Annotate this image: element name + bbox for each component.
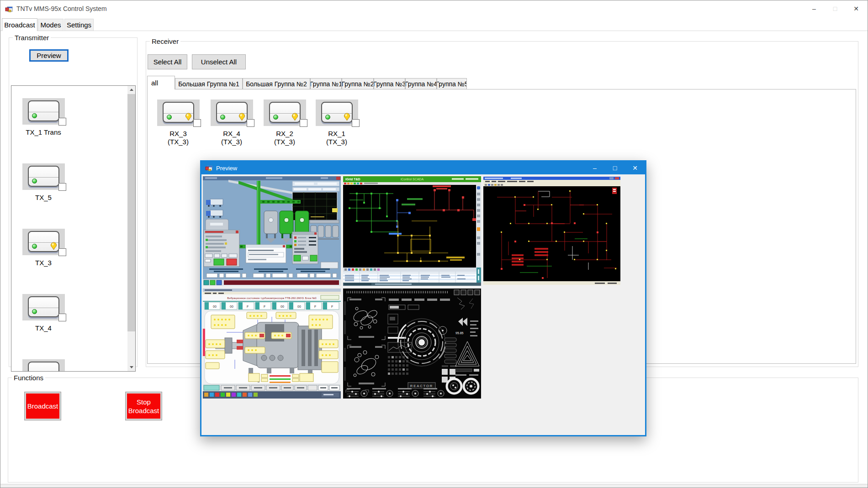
tab-settings[interactable]: Settings	[64, 19, 94, 31]
svg-text:95.85: 95.85	[455, 331, 464, 335]
transmitter-device-icon[interactable]	[22, 229, 65, 255]
group-tab[interactable]: Группа №5	[437, 78, 467, 89]
receiver-device-icon[interactable]	[157, 100, 200, 126]
yellow-bulb-icon	[50, 242, 57, 250]
svg-text:00: 00	[230, 305, 233, 308]
scrollbar-thumb[interactable]	[127, 94, 135, 331]
stop-broadcast-button[interactable]: Stop Broadcast	[125, 392, 162, 420]
main-titlebar[interactable]: TNTv MMS-95x Control System – □ ✕	[0, 0, 868, 17]
preview-maximize-button[interactable]: □	[605, 162, 625, 174]
broadcast-button[interactable]: Broadcast	[24, 392, 61, 420]
yellow-bulb-icon	[291, 113, 298, 121]
select-all-button[interactable]: Select All	[148, 54, 187, 69]
thumbnail-network-schematic	[483, 177, 620, 285]
thumbnail-reactor-dashboard: REACTOR 95.85	[343, 289, 481, 399]
transmitter-scrollbar[interactable]	[127, 86, 135, 371]
network-schematic-image	[483, 177, 620, 285]
transmitter-groupbox: Transmitter Preview TX_1 Trans	[9, 37, 138, 367]
transmitter-label: Transmitter	[13, 34, 51, 42]
preview-window: Preview – □ ✕	[200, 160, 646, 436]
transmitter-device-icon[interactable]	[22, 163, 65, 190]
receiver-item[interactable]: RX_3(TX_3)	[153, 100, 203, 146]
green-led-icon	[32, 113, 37, 118]
green-led-icon	[32, 244, 37, 249]
receiver-item[interactable]: RX_2(TX_3)	[259, 100, 310, 146]
receiver-name: RX_1(TX_3)	[312, 130, 362, 146]
transmitter-item[interactable]: TX_3	[18, 229, 69, 267]
minimize-button[interactable]: –	[804, 0, 825, 17]
transmitter-list[interactable]: TX_1 Trans TX_5	[11, 85, 136, 372]
tab-modes[interactable]: Modes	[38, 19, 64, 31]
thumbnail-icontrol-scada: iGrid T&D iControl SCADA	[343, 176, 481, 286]
svg-text:00: 00	[281, 305, 284, 308]
transmitter-name: TX_4	[18, 324, 69, 332]
scroll-down-icon[interactable]	[127, 363, 135, 371]
green-led-icon	[32, 178, 37, 184]
receiver-checkbox[interactable]	[193, 119, 201, 127]
receiver-checkbox[interactable]	[247, 119, 254, 127]
receiver-label: Receiver	[150, 37, 180, 45]
group-tab[interactable]: Группа №1	[310, 78, 342, 89]
preview-titlebar[interactable]: Preview – □ ✕	[201, 162, 645, 174]
group-tab[interactable]: Большая Группа №1	[175, 78, 243, 89]
receiver-name: RX_3(TX_3)	[153, 130, 203, 146]
group-tab[interactable]: Группа №4	[405, 78, 437, 89]
svg-text:00: 00	[213, 305, 217, 308]
transmitter-checkbox[interactable]	[58, 248, 66, 256]
green-led-icon	[167, 115, 172, 120]
group-tab[interactable]: Группа №3	[374, 78, 405, 89]
preview-window-icon	[205, 164, 212, 172]
main-window: TNTv MMS-95x Control System – □ ✕ Broadc…	[0, 0, 868, 488]
unselect-all-button[interactable]: Unselect All	[192, 54, 246, 69]
group-tab-all[interactable]: all	[147, 76, 175, 89]
transmitter-device-icon[interactable]	[22, 98, 65, 125]
transmitter-checkbox[interactable]	[58, 183, 66, 191]
svg-text:F: F	[314, 305, 316, 308]
window-title: TNTv MMS-95x Control System	[16, 5, 107, 12]
yellow-bulb-icon	[238, 113, 245, 121]
group-tab[interactable]: Группа №2	[342, 78, 374, 89]
transmitter-checkbox[interactable]	[58, 118, 66, 126]
process-scada-image	[203, 176, 341, 286]
receiver-name: RX_2(TX_3)	[259, 130, 310, 146]
transmitter-item[interactable]: TX_4	[18, 294, 69, 332]
receiver-item[interactable]: RX_1(TX_3)	[312, 100, 362, 146]
preview-minimize-button[interactable]: –	[585, 162, 605, 174]
preview-close-button[interactable]: ✕	[625, 162, 645, 174]
receiver-item[interactable]: RX_4(TX_3)	[206, 100, 257, 146]
receiver-checkbox[interactable]	[352, 119, 360, 127]
transmitter-item[interactable]: TX_1 Trans	[18, 98, 69, 136]
group-tab[interactable]: Большая Группа №2	[243, 78, 310, 89]
transmitter-item[interactable]: TX_5	[18, 163, 69, 202]
icontrol-scada-image: iGrid T&D iControl SCADA	[343, 176, 481, 286]
svg-text:F: F	[331, 305, 333, 308]
transmitter-device-icon[interactable]	[22, 359, 65, 372]
functions-label: Functions	[12, 374, 45, 382]
svg-text:F: F	[247, 305, 249, 308]
receiver-device-icon[interactable]	[264, 100, 306, 126]
transmitter-device-icon[interactable]	[22, 294, 65, 320]
transmitter-checkbox[interactable]	[58, 314, 66, 321]
receiver-checkbox[interactable]	[300, 119, 307, 127]
receiver-device-icon[interactable]	[211, 100, 253, 126]
receiver-device-icon[interactable]	[316, 100, 358, 126]
green-led-icon	[32, 309, 37, 314]
preview-button[interactable]: Preview	[29, 49, 69, 62]
form-bottom-strip	[0, 484, 868, 488]
thumbnail-process-scada	[203, 176, 341, 286]
svg-text:REACTOR: REACTOR	[410, 384, 434, 388]
yellow-bulb-icon	[344, 113, 350, 121]
svg-text:Вибрационное состояние турбоко: Вибрационное состояние турбокомпрессора …	[227, 297, 317, 299]
app-icon	[5, 5, 13, 13]
scroll-up-icon[interactable]	[127, 86, 135, 94]
close-button[interactable]: ✕	[846, 0, 867, 17]
transmitter-name: TX_5	[18, 194, 69, 202]
maximize-button[interactable]: □	[825, 0, 846, 17]
svg-text:iControl SCADA: iControl SCADA	[401, 178, 424, 181]
green-led-icon	[220, 115, 225, 120]
svg-text:00: 00	[297, 305, 301, 308]
transmitter-item-partial[interactable]	[18, 359, 69, 372]
preview-window-title: Preview	[216, 165, 237, 172]
svg-text:iGrid T&D: iGrid T&D	[345, 178, 360, 181]
tab-broadcast[interactable]: Broadcast	[2, 18, 37, 31]
